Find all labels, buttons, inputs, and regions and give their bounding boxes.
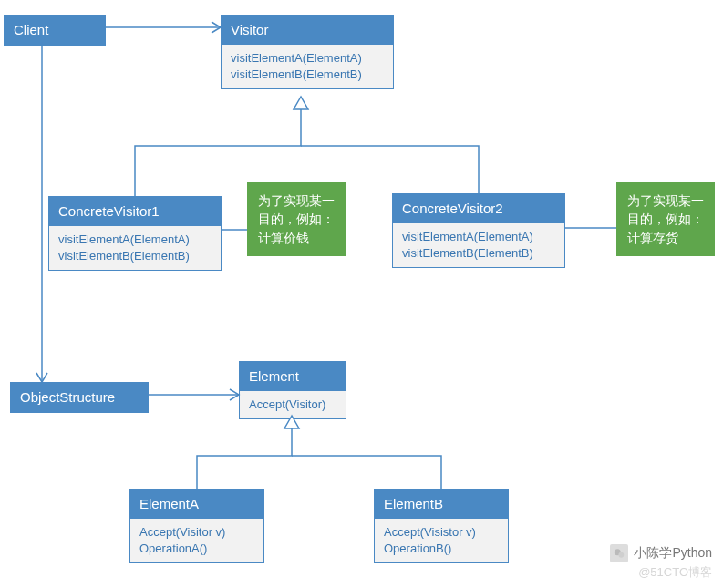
wechat-icon (610, 544, 628, 562)
visitor-body: visitElementA(ElementA) visitElementB(El… (222, 45, 393, 88)
note-cv1: 为了实现某一目的，例如：计算价钱 (247, 182, 346, 256)
element-b-op: OperationB() (384, 541, 499, 557)
note-cv1-text: 为了实现某一目的，例如：计算价钱 (258, 193, 335, 245)
cto-watermark: @51CTO博客 (638, 564, 712, 581)
client-title: Client (5, 15, 105, 45)
watermark: 小陈学Python (610, 544, 712, 562)
client-box: Client (4, 15, 106, 46)
concrete-visitor-1-body: visitElementA(ElementA) visitElementB(El… (49, 226, 221, 270)
element-b-title: ElementB (375, 490, 508, 519)
cv1-method-a: visitElementA(ElementA) (58, 232, 212, 248)
concrete-visitor-1-box: ConcreteVisitor1 visitElementA(ElementA)… (48, 196, 222, 271)
concrete-visitor-2-body: visitElementA(ElementA) visitElementB(El… (393, 223, 564, 267)
concrete-visitor-2-box: ConcreteVisitor2 visitElementA(ElementA)… (392, 193, 565, 268)
element-box: Element Accept(Visitor) (239, 361, 346, 419)
concrete-visitor-1-title: ConcreteVisitor1 (49, 197, 221, 226)
watermark-text: 小陈学Python (634, 545, 712, 562)
cv1-method-b: visitElementB(ElementB) (58, 248, 212, 264)
element-a-box: ElementA Accept(Visitor v) OperationA() (129, 489, 264, 563)
cv2-method-a: visitElementA(ElementA) (402, 229, 555, 245)
cv2-method-b: visitElementB(ElementB) (402, 245, 555, 262)
element-body: Accept(Visitor) (240, 391, 346, 418)
visitor-method-a: visitElementA(ElementA) (231, 50, 384, 67)
visitor-title: Visitor (222, 15, 393, 45)
element-a-op: OperationA() (139, 541, 254, 557)
visitor-box: Visitor visitElementA(ElementA) visitEle… (221, 15, 394, 89)
visitor-method-b: visitElementB(ElementB) (231, 67, 384, 83)
element-a-accept: Accept(Visitor v) (139, 524, 254, 541)
note-cv2-text: 为了实现某一目的，例如：计算存货 (627, 193, 704, 245)
object-structure-title: ObjectStructure (11, 383, 148, 412)
concrete-visitor-2-title: ConcreteVisitor2 (393, 194, 564, 223)
object-structure-box: ObjectStructure (10, 382, 149, 413)
element-b-body: Accept(Visistor v) OperationB() (375, 519, 508, 562)
note-cv2: 为了实现某一目的，例如：计算存货 (616, 182, 715, 256)
element-b-box: ElementB Accept(Visistor v) OperationB() (374, 489, 509, 563)
svg-point-1 (619, 552, 625, 558)
element-a-body: Accept(Visitor v) OperationA() (130, 519, 263, 562)
element-a-title: ElementA (130, 490, 263, 519)
element-title: Element (240, 362, 346, 391)
element-b-accept: Accept(Visistor v) (384, 524, 499, 541)
element-method: Accept(Visitor) (249, 397, 336, 413)
svg-marker-2 (294, 97, 308, 109)
